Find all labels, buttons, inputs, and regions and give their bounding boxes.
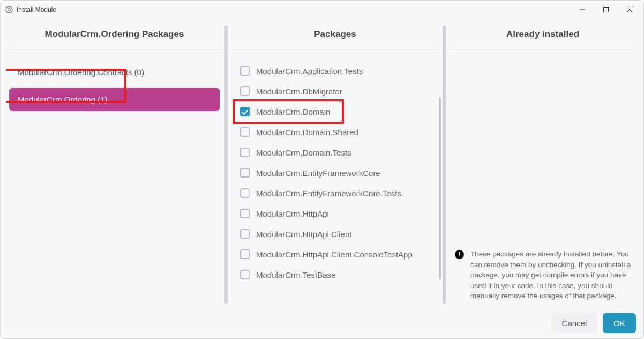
footer: Cancel OK xyxy=(6,308,638,333)
cancel-button[interactable]: Cancel xyxy=(551,313,598,333)
package-item[interactable]: ModularCrm.HttpApi xyxy=(233,203,438,224)
window-controls xyxy=(571,2,641,18)
column-packages: Packages ModularCrm.Application.TestsMod… xyxy=(229,21,441,308)
package-item[interactable]: ModularCrm.EntityFrameworkCore xyxy=(233,163,438,183)
package-label: ModularCrm.EntityFrameworkCore xyxy=(256,168,380,178)
left-list-item[interactable]: ModularCrm.Ordering (1) xyxy=(9,88,220,111)
column-installed-header: Already installed xyxy=(447,21,638,50)
left-list: ModularCrm.Ordering.Contracts (0)Modular… xyxy=(6,50,223,308)
window-title: Install Module xyxy=(17,6,56,13)
app-icon xyxy=(5,5,13,14)
close-button[interactable] xyxy=(618,2,641,18)
column-left-header: ModularCrm.Ordering Packages xyxy=(6,21,223,50)
columns: ModularCrm.Ordering Packages ModularCrm.… xyxy=(6,21,638,308)
package-label: ModularCrm.HttpApi.Client xyxy=(256,230,351,239)
package-label: ModularCrm.HttpApi xyxy=(256,209,329,218)
installed-body: ! These packages are already installed b… xyxy=(447,50,638,308)
package-checkbox[interactable] xyxy=(240,168,250,178)
package-checkbox[interactable] xyxy=(240,249,250,259)
package-label: ModularCrm.Application.Tests xyxy=(256,67,363,76)
package-checkbox[interactable] xyxy=(240,107,250,116)
left-list-item[interactable]: ModularCrm.Ordering.Contracts (0) xyxy=(9,61,220,84)
package-checkbox[interactable] xyxy=(240,209,250,218)
package-label: ModularCrm.Domain xyxy=(256,107,330,116)
column-divider-2 xyxy=(443,25,446,304)
package-label: ModularCrm.TestBase xyxy=(256,270,335,279)
info-text: These packages are already installed bef… xyxy=(470,249,633,301)
package-item[interactable]: ModularCrm.EntityFrameworkCore.Tests xyxy=(233,183,438,203)
package-item[interactable]: ModularCrm.TestBase xyxy=(233,264,438,285)
package-checkbox[interactable] xyxy=(240,270,250,279)
package-item[interactable]: ModularCrm.DbMigrator xyxy=(233,81,438,101)
column-left: ModularCrm.Ordering Packages ModularCrm.… xyxy=(6,21,223,308)
package-checkbox[interactable] xyxy=(240,148,250,157)
package-item[interactable]: ModularCrm.Domain.Shared xyxy=(233,122,438,142)
svg-rect-3 xyxy=(604,7,609,12)
package-item[interactable]: ModularCrm.Domain xyxy=(233,101,438,122)
packages-list: ModularCrm.Application.TestsModularCrm.D… xyxy=(229,50,441,308)
info-icon: ! xyxy=(455,250,464,259)
info-message: ! These packages are already installed b… xyxy=(455,249,633,301)
minimize-button[interactable] xyxy=(571,2,594,18)
package-checkbox[interactable] xyxy=(240,229,250,239)
package-item[interactable]: ModularCrm.HttpApi.Client xyxy=(233,224,438,244)
scrollbar-thumb[interactable] xyxy=(439,97,441,279)
svg-point-0 xyxy=(6,6,12,13)
package-label: ModularCrm.EntityFrameworkCore.Tests xyxy=(256,189,401,198)
package-checkbox[interactable] xyxy=(240,66,250,76)
column-divider-1 xyxy=(224,25,228,304)
titlebar: Install Module xyxy=(1,1,643,18)
package-label: ModularCrm.HttpApi.Client.ConsoleTestApp xyxy=(256,250,413,259)
content: ModularCrm.Ordering Packages ModularCrm.… xyxy=(1,18,643,338)
package-label: ModularCrm.Domain.Shared xyxy=(256,128,358,137)
package-item[interactable]: ModularCrm.HttpApi.Client.ConsoleTestApp xyxy=(233,244,438,264)
maximize-button[interactable] xyxy=(594,2,618,18)
column-packages-header: Packages xyxy=(229,21,441,50)
install-module-window: Install Module ModularCrm.Ordering Packa… xyxy=(0,0,644,339)
package-item[interactable]: ModularCrm.Application.Tests xyxy=(233,61,438,81)
column-installed: Already installed ! These packages are a… xyxy=(447,21,638,308)
package-checkbox[interactable] xyxy=(240,127,250,137)
package-checkbox[interactable] xyxy=(240,86,250,96)
package-item[interactable]: ModularCrm.Domain.Tests xyxy=(233,142,438,163)
package-label: ModularCrm.DbMigrator xyxy=(256,87,342,96)
ok-button[interactable]: OK xyxy=(603,313,636,333)
svg-point-1 xyxy=(8,8,11,11)
package-checkbox[interactable] xyxy=(240,188,250,198)
package-label: ModularCrm.Domain.Tests xyxy=(256,148,351,157)
